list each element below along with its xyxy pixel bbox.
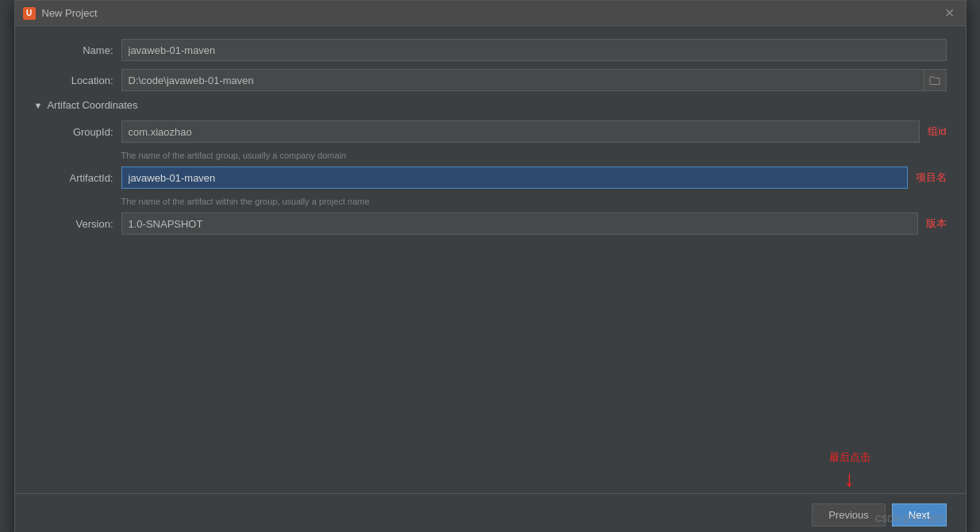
artifactid-row: ArtifactId: 项目名 bbox=[34, 166, 947, 189]
groupid-input[interactable] bbox=[121, 121, 920, 143]
name-label: Name: bbox=[34, 44, 121, 56]
artifactid-hint: The name of the artifact within the grou… bbox=[121, 197, 947, 206]
section-arrow-icon: ▼ bbox=[34, 101, 43, 110]
artifactid-label: ArtifactId: bbox=[34, 172, 121, 184]
version-annotation: 版本 bbox=[926, 216, 947, 231]
title-bar-left: U New Project bbox=[23, 7, 98, 20]
location-input[interactable] bbox=[121, 69, 924, 91]
name-row: Name: bbox=[34, 39, 947, 61]
location-label: Location: bbox=[34, 75, 121, 86]
name-input[interactable] bbox=[121, 39, 947, 61]
groupid-annotation: 组id bbox=[928, 124, 946, 139]
version-input-group: 版本 bbox=[121, 212, 947, 235]
section-title: Artifact Coordinates bbox=[47, 99, 137, 111]
title-bar: U New Project ✕ bbox=[15, 1, 966, 26]
version-input[interactable] bbox=[121, 212, 918, 235]
version-label: Version: bbox=[34, 218, 121, 230]
artifact-section-header: ▼ Artifact Coordinates bbox=[34, 99, 947, 111]
content-area bbox=[34, 243, 947, 480]
artifactid-annotation: 项目名 bbox=[916, 170, 947, 185]
last-click-text: 最后点击 bbox=[829, 450, 870, 465]
last-click-annotation: 最后点击 ↓ bbox=[829, 450, 870, 490]
app-icon: U bbox=[23, 7, 36, 20]
arrow-down-icon: ↓ bbox=[844, 468, 855, 490]
folder-button[interactable] bbox=[924, 69, 947, 91]
version-row: Version: 版本 bbox=[34, 212, 947, 235]
new-project-dialog: U New Project ✕ Name: Location: bbox=[14, 0, 967, 532]
groupid-input-group: 组id bbox=[121, 121, 947, 143]
close-button[interactable]: ✕ bbox=[941, 6, 958, 21]
artifactid-input[interactable] bbox=[121, 166, 908, 189]
location-input-group bbox=[121, 69, 947, 91]
watermark: CSDN @玄月拾忆 bbox=[875, 513, 946, 525]
previous-button[interactable]: Previous bbox=[812, 503, 886, 526]
location-row: Location: bbox=[34, 69, 947, 91]
dialog-title: New Project bbox=[42, 7, 98, 19]
dialog-body: Name: Location: ▼ Artifact Coordinates G… bbox=[15, 26, 966, 493]
groupid-row: GroupId: 组id bbox=[34, 121, 947, 143]
dialog-footer: 最后点击 ↓ Previous Next CSDN @玄月拾忆 bbox=[15, 493, 966, 532]
groupid-label: GroupId: bbox=[34, 126, 121, 138]
groupid-hint: The name of the artifact group, usually … bbox=[121, 151, 947, 160]
artifactid-input-group: 项目名 bbox=[121, 166, 947, 189]
